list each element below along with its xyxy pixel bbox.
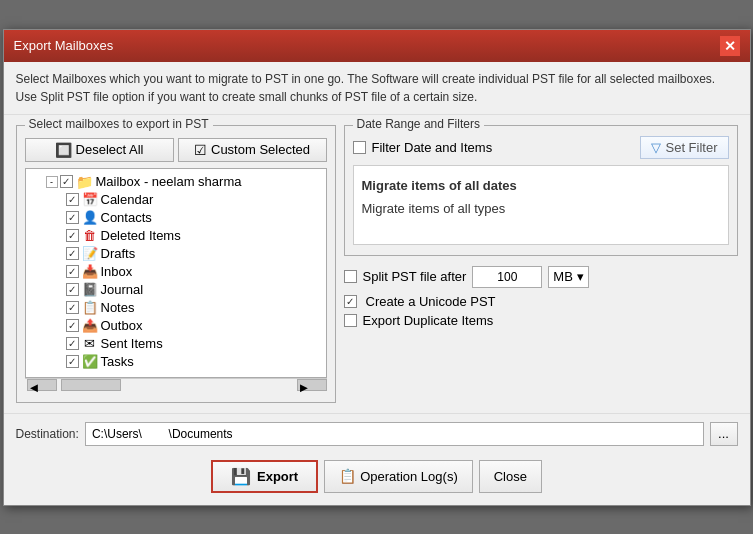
close-icon[interactable]: ✕ — [720, 36, 740, 56]
info-box: Migrate items of all dates Migrate items… — [353, 165, 729, 245]
scrollbar-right-btn[interactable]: ► — [297, 379, 327, 391]
deselect-all-label: Deselect All — [76, 142, 144, 157]
calendar-label: Calendar — [101, 192, 154, 207]
export-dup-row: Export Duplicate Items — [344, 313, 738, 328]
inbox-checkbox[interactable] — [66, 265, 79, 278]
list-item[interactable]: 👤 Contacts — [26, 209, 326, 227]
date-range-group: Date Range and Filters Filter Date and I… — [344, 125, 738, 256]
mb-label: MB — [553, 269, 573, 284]
filter-date-label: Filter Date and Items — [372, 140, 493, 155]
destination-row: Destination: ... — [4, 413, 750, 454]
tree-root-item[interactable]: - 📁 Mailbox - neelam sharma — [26, 173, 326, 191]
deleted-items-icon: 🗑 — [82, 228, 98, 244]
calendar-checkbox[interactable] — [66, 193, 79, 206]
mailbox-group: Select mailboxes to export in PST 🔲 Dese… — [16, 125, 336, 403]
split-pst-label: Split PST file after — [363, 269, 467, 284]
scrollbar-left-btn[interactable]: ◄ — [27, 379, 57, 391]
date-range-title: Date Range and Filters — [353, 117, 484, 131]
deleted-items-checkbox[interactable] — [66, 229, 79, 242]
inbox-icon: 📥 — [82, 264, 98, 280]
action-row: 💾 Export 📋 Operation Log(s) Close — [4, 454, 750, 505]
export-dup-checkbox[interactable] — [344, 314, 357, 327]
custom-selected-button[interactable]: ☑ Custom Selected — [178, 138, 327, 162]
set-filter-label: Set Filter — [665, 140, 717, 155]
export-label: Export — [257, 469, 298, 484]
deselect-icon: 🔲 — [55, 142, 72, 158]
list-item[interactable]: 🗑 Deleted Items — [26, 227, 326, 245]
list-item[interactable]: ✅ Tasks — [26, 353, 326, 371]
sent-items-icon: ✉ — [82, 336, 98, 352]
unicode-pst-checkbox[interactable] — [344, 295, 357, 308]
list-item[interactable]: ✉ Sent Items — [26, 335, 326, 353]
root-folder-icon: 📁 — [76, 174, 93, 190]
filter-date-checkbox[interactable] — [353, 141, 366, 154]
h-scrollbar[interactable]: ◄ ► — [25, 378, 327, 392]
split-pst-checkbox[interactable] — [344, 270, 357, 283]
export-button[interactable]: 💾 Export — [211, 460, 318, 493]
journal-icon: 📓 — [82, 282, 98, 298]
scrollbar-thumb[interactable] — [61, 379, 121, 391]
contacts-checkbox[interactable] — [66, 211, 79, 224]
notes-checkbox[interactable] — [66, 301, 79, 314]
inbox-label: Inbox — [101, 264, 133, 279]
root-checkbox[interactable] — [60, 175, 73, 188]
contacts-icon: 👤 — [82, 210, 98, 226]
destination-input[interactable] — [85, 422, 704, 446]
left-panel: Select mailboxes to export in PST 🔲 Dese… — [16, 125, 336, 403]
close-label: Close — [494, 469, 527, 484]
journal-label: Journal — [101, 282, 144, 297]
drafts-label: Drafts — [101, 246, 136, 261]
main-dialog: Export Mailboxes ✕ Select Mailboxes whic… — [3, 29, 751, 506]
operation-log-label: Operation Log(s) — [360, 469, 458, 484]
split-pst-input[interactable] — [472, 266, 542, 288]
mailbox-tree[interactable]: - 📁 Mailbox - neelam sharma 📅 Calendar — [25, 168, 327, 378]
operation-log-button[interactable]: 📋 Operation Log(s) — [324, 460, 473, 493]
root-label: Mailbox - neelam sharma — [96, 174, 242, 189]
tasks-checkbox[interactable] — [66, 355, 79, 368]
mb-chevron-icon: ▾ — [577, 269, 584, 284]
list-item[interactable]: 📥 Inbox — [26, 263, 326, 281]
titlebar: Export Mailboxes ✕ — [4, 30, 750, 62]
browse-button[interactable]: ... — [710, 422, 738, 446]
filter-row: Filter Date and Items ▽ Set Filter — [353, 136, 729, 159]
custom-selected-label: Custom Selected — [211, 142, 310, 157]
expand-icon[interactable]: - — [46, 176, 58, 188]
destination-label: Destination: — [16, 427, 79, 441]
filter-icon: ▽ — [651, 140, 661, 155]
scrollbar-track[interactable] — [57, 379, 297, 391]
contacts-label: Contacts — [101, 210, 152, 225]
notes-icon: 📋 — [82, 300, 98, 316]
journal-checkbox[interactable] — [66, 283, 79, 296]
list-item[interactable]: 📤 Outbox — [26, 317, 326, 335]
list-item[interactable]: 📅 Calendar — [26, 191, 326, 209]
main-content: Select mailboxes to export in PST 🔲 Dese… — [4, 115, 750, 413]
list-item[interactable]: 📓 Journal — [26, 281, 326, 299]
browse-label: ... — [718, 426, 729, 441]
outbox-icon: 📤 — [82, 318, 98, 334]
dialog-title: Export Mailboxes — [14, 38, 114, 53]
list-item[interactable]: 📋 Notes — [26, 299, 326, 317]
export-floppy-icon: 💾 — [231, 467, 251, 486]
mb-dropdown[interactable]: MB ▾ — [548, 266, 589, 288]
split-pst-row: Split PST file after MB ▾ — [344, 266, 738, 288]
tasks-icon: ✅ — [82, 354, 98, 370]
set-filter-button[interactable]: ▽ Set Filter — [640, 136, 728, 159]
tasks-label: Tasks — [101, 354, 134, 369]
toolbar: 🔲 Deselect All ☑ Custom Selected — [25, 138, 327, 162]
close-button[interactable]: Close — [479, 460, 542, 493]
deleted-items-label: Deleted Items — [101, 228, 181, 243]
outbox-checkbox[interactable] — [66, 319, 79, 332]
info-line2: Migrate items of all types — [362, 197, 720, 220]
right-panel: Date Range and Filters Filter Date and I… — [344, 125, 738, 403]
list-item[interactable]: 📝 Drafts — [26, 245, 326, 263]
mailbox-group-title: Select mailboxes to export in PST — [25, 117, 213, 131]
sent-items-checkbox[interactable] — [66, 337, 79, 350]
sent-items-label: Sent Items — [101, 336, 163, 351]
export-dup-label: Export Duplicate Items — [363, 313, 494, 328]
deselect-all-button[interactable]: 🔲 Deselect All — [25, 138, 174, 162]
unicode-pst-row: Create a Unicode PST — [344, 294, 738, 309]
description-text: Select Mailboxes which you want to migra… — [4, 62, 750, 115]
calendar-icon: 📅 — [82, 192, 98, 208]
drafts-icon: 📝 — [82, 246, 98, 262]
drafts-checkbox[interactable] — [66, 247, 79, 260]
